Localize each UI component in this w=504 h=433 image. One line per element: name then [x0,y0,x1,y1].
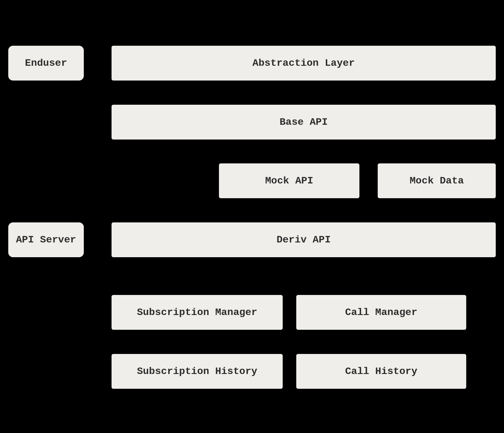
diagram-container: Enduser Abstraction Layer Base API Mock … [0,0,504,433]
call-manager-label: Call Manager [345,306,418,319]
mock-api-box: Mock API [219,163,359,198]
mock-data-box: Mock Data [378,163,496,198]
enduser-box: Enduser [8,46,84,81]
mock-api-label: Mock API [265,175,313,187]
deriv-api-label: Deriv API [276,234,331,246]
subscription-manager-label: Subscription Manager [137,306,257,319]
call-history-label: Call History [345,365,418,378]
subscription-history-box: Subscription History [112,354,283,389]
abstraction-layer-label: Abstraction Layer [253,57,355,69]
enduser-label: Enduser [25,57,67,69]
subscription-manager-box: Subscription Manager [112,295,283,330]
call-manager-box: Call Manager [296,295,466,330]
base-api-box: Base API [112,105,496,140]
mock-data-label: Mock Data [410,175,464,187]
base-api-label: Base API [279,116,328,128]
deriv-api-box: Deriv API [112,222,496,257]
call-history-box: Call History [296,354,466,389]
api-server-label: API Server [16,234,76,246]
abstraction-layer-box: Abstraction Layer [112,46,496,81]
subscription-history-label: Subscription History [137,365,257,378]
api-server-box: API Server [8,222,84,257]
